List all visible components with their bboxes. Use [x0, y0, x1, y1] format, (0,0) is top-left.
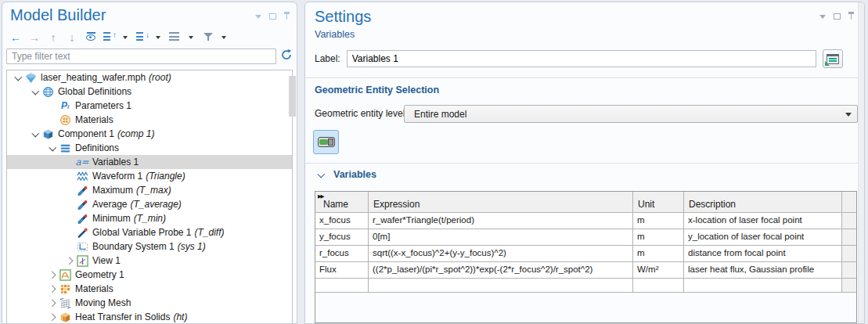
cell-unit-row4[interactable]: W/m²: [633, 262, 684, 279]
chevron-right-icon[interactable]: [46, 301, 59, 306]
active-selection-toggle-button[interactable]: [313, 130, 339, 154]
tree-item-label: Moving Mesh: [75, 297, 131, 308]
model-tree-node-text-icon: [169, 31, 182, 45]
pin-window-icon[interactable]: [848, 12, 855, 21]
collapse-all-dropdown-button[interactable]: [154, 31, 162, 45]
cell-unit-row2[interactable]: m: [633, 229, 684, 246]
cell-extra-row3: [842, 246, 856, 262]
cell-name-row4[interactable]: Flux: [315, 262, 369, 279]
cell-extra-row4: [842, 262, 856, 279]
back-arrow-button[interactable]: ←: [9, 31, 23, 45]
tree-item-label: Materials: [75, 114, 113, 125]
tree-item-global-variable-probe-1[interactable]: Global Variable Probe 1(T_diff): [7, 225, 292, 239]
label-field-label: Label:: [315, 53, 340, 64]
cell-description-row1[interactable]: x-location of laser focal point: [684, 213, 842, 229]
expand-all-icon: ↑: [103, 31, 116, 45]
float-window-icon[interactable]: [833, 12, 841, 21]
cell-unit-row5[interactable]: [633, 279, 684, 293]
tree-item-minimum[interactable]: Minimum(T_min): [7, 211, 292, 225]
tree-item-laser-heating-wafer-mph[interactable]: laser_heating_wafer.mph(root): [7, 70, 292, 85]
model-tree-node-text-button[interactable]: [168, 31, 182, 45]
cell-name-row5[interactable]: [315, 279, 369, 293]
cell-expression-row2[interactable]: 0[m]: [369, 229, 633, 246]
table-empty-area: [315, 293, 856, 322]
settings-title: Settings: [315, 7, 371, 26]
float-window-icon[interactable]: [268, 12, 277, 21]
heat-transfer-icon: [59, 311, 71, 323]
tree-item-heat-transfer-in-solids[interactable]: Heat Transfer in Solids(ht): [7, 310, 292, 323]
cell-expression-row5[interactable]: [369, 279, 633, 293]
move-down-arrow-button[interactable]: ↓: [65, 31, 79, 45]
show-button[interactable]: [84, 31, 98, 45]
tree-item-component-1[interactable]: Component 1(comp 1): [7, 127, 292, 141]
chevron-down-icon[interactable]: [29, 132, 41, 136]
chevron-down-icon[interactable]: [46, 146, 59, 150]
tree-item-boundary-system-1[interactable]: Boundary System 1(sys 1): [7, 239, 292, 254]
cell-expression-row4[interactable]: ((2*p_laser)/(pi*r_spot^2))*exp(-(2*r_fo…: [369, 262, 633, 279]
tree-item-waveform-1[interactable]: Waveform 1(Triangle): [7, 169, 292, 183]
variables-section-header[interactable]: Variables: [315, 169, 376, 180]
tree-item-label: Waveform 1: [92, 171, 142, 182]
filter-dropdown-button[interactable]: [220, 31, 228, 45]
chevron-right-icon[interactable]: [46, 272, 59, 278]
geometric-entity-level-select[interactable]: Entire model: [404, 105, 858, 123]
tree-item-label: Heat Transfer in Solids: [75, 311, 170, 322]
tree-item-maximum[interactable]: Maximum(T_max): [7, 183, 292, 197]
refresh-button[interactable]: [279, 48, 294, 63]
collapse-all-button[interactable]: ↓: [135, 31, 149, 45]
forward-arrow-button[interactable]: →: [27, 31, 41, 45]
move-up-arrow-button[interactable]: ↑: [46, 31, 60, 45]
moving-mesh-icon: [59, 297, 71, 309]
filter-input[interactable]: [6, 49, 276, 64]
tree-item-label: Global Definitions: [58, 86, 131, 97]
model-tree: laser_heating_wafer.mph(root)Global Defi…: [6, 70, 293, 323]
tree-item-parameters-1[interactable]: PiParameters 1: [7, 99, 292, 113]
cell-unit-row1[interactable]: m: [633, 213, 684, 229]
cell-expression-row3[interactable]: sqrt((x-x_focus)^2+(y-y_focus)^2): [369, 246, 633, 262]
tree-item-definitions[interactable]: Definitions: [7, 141, 292, 155]
tree-item-moving-mesh[interactable]: Moving Mesh: [7, 296, 292, 310]
cell-name-row1[interactable]: x_focus: [315, 213, 369, 229]
chevron-right-icon[interactable]: [46, 286, 59, 292]
cell-unit-row3[interactable]: m: [633, 246, 684, 262]
settings-scrollbar[interactable]: [858, 2, 864, 323]
pin-window-icon[interactable]: [283, 12, 290, 21]
tree-item-geometry-1[interactable]: Geometry 1: [7, 268, 292, 282]
panel-menu-caret-icon[interactable]: [818, 12, 827, 21]
tree-item-materials[interactable]: Materials: [7, 282, 292, 296]
tree-item-average[interactable]: Average(T_average): [7, 197, 292, 211]
variables-icon: a=: [76, 156, 88, 168]
tree-item-label: Definitions: [75, 142, 119, 153]
cell-description-row3[interactable]: distance from focal point: [684, 246, 842, 262]
chevron-right-icon[interactable]: [63, 258, 76, 264]
tree-item-global-definitions[interactable]: Global Definitions: [7, 85, 292, 99]
tree-item-variables-1[interactable]: a=Variables 1: [7, 155, 292, 169]
chevron-down-icon[interactable]: [12, 76, 24, 80]
caret-down-icon: [222, 36, 226, 39]
comsol-desktop: Model Builder ←→↑↓↑↓ laser_heating_wafer…: [0, 0, 868, 324]
filter-icon: [203, 31, 214, 45]
rename-button[interactable]: [823, 49, 843, 68]
probe-icon: [76, 212, 88, 225]
expand-all-button[interactable]: ↑: [103, 31, 117, 45]
tree-item-materials[interactable]: Materials: [7, 113, 292, 127]
tree-scrollbar-thumb[interactable]: [289, 76, 296, 117]
chevron-down-icon[interactable]: [29, 90, 41, 94]
variables-table-grid: ▶▶NameExpressionUnitDescriptionx_focusr_…: [315, 192, 856, 293]
cell-expression-row1[interactable]: r_wafer*Triangle(t/period): [369, 213, 633, 229]
filter-button[interactable]: [201, 31, 215, 45]
chevron-right-icon[interactable]: [46, 315, 59, 320]
expand-all-dropdown-button[interactable]: [121, 31, 129, 45]
model-tree-node-text-dropdown-button[interactable]: [187, 31, 195, 45]
label-input[interactable]: [347, 50, 816, 67]
cell-name-row2[interactable]: y_focus: [315, 229, 369, 246]
cell-description-row4[interactable]: laser heat flux, Gaussian profile: [684, 262, 842, 279]
cell-description-row2[interactable]: y_location of laser focal point: [684, 229, 842, 246]
label-field-row: Label:: [315, 49, 852, 68]
rename-icon: [827, 54, 839, 64]
cell-name-row3[interactable]: r_focus: [315, 246, 369, 262]
panel-menu-caret-icon[interactable]: [254, 12, 262, 21]
tree-item-view-1[interactable]: View 1: [7, 254, 292, 268]
cell-description-row5[interactable]: [684, 279, 842, 293]
model-builder-title: Model Builder: [10, 5, 106, 24]
